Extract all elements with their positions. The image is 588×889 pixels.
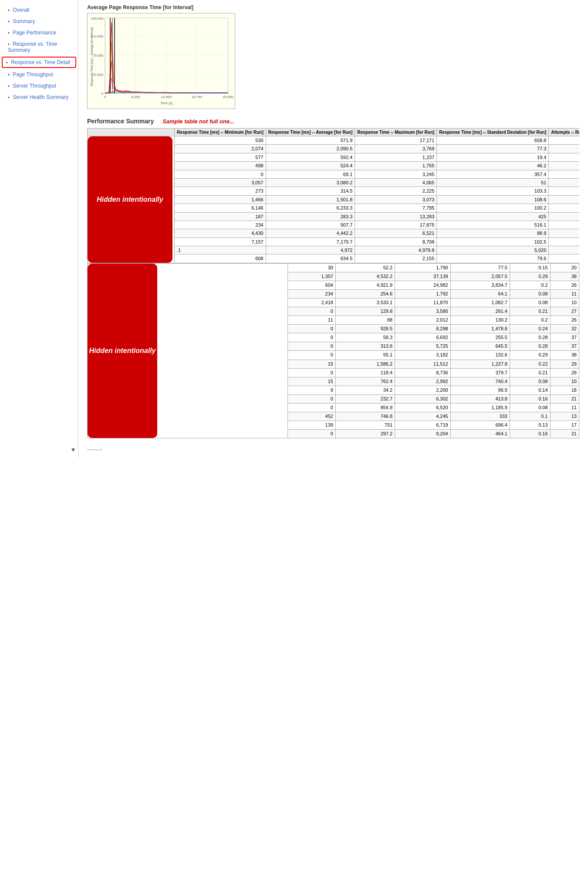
table-cell: 283.3 [266,212,355,221]
table-cell: 6,692 [395,333,451,342]
table-cell: 0.08 [549,254,579,263]
table-cell: 0.21 [510,368,550,377]
table-cell: 8,708 [355,238,437,246]
server-throughput-link[interactable]: Server Throughput [13,83,56,89]
table-cell: 1,790 [395,264,451,272]
svg-text:12,500: 12,500 [161,95,172,99]
table-cell: 379.7 [450,368,510,377]
sidebar-item-response-time-summary[interactable]: • Response vs. Time Summary [0,38,78,56]
table-cell: 13 [550,412,579,421]
perf-table: Response Time [ms] -- Minimum [for Run] … [87,128,579,263]
col-header-avg: Response Time [ms] -- Average [for Run] [266,129,355,136]
table-cell: 577 [175,153,266,161]
hidden-block-2: Hidden intentionally [88,264,157,438]
table-cell: 21 [550,429,579,438]
table-row: Hidden intentionally530571.917,171658.80… [88,136,580,145]
svg-text:6,250: 6,250 [132,95,140,99]
table-cell: 2,992 [395,377,451,386]
table-cell: 17 [550,421,579,429]
table-cell: 6,146 [175,204,266,212]
table-cell: 6,233.3 [266,204,355,212]
col-header-max: Response Time -- Maximum [for Run] [355,129,437,136]
table-cell: 34.2 [335,386,395,394]
sidebar-item-response-time-detail[interactable]: • Response vs. Time Detail [2,57,76,68]
table-cell: 516.1 [437,221,549,229]
table-cell: 28 [550,368,579,377]
section-title: Performance Summary [87,118,154,125]
bullet-icon: • [8,95,10,100]
table-cell: 0.07 [549,162,579,170]
table-cell: 0.17 [549,221,579,229]
table-cell: 3,834.7 [450,281,510,290]
table-cell: 4,430 [175,229,266,238]
bullet-icon: • [8,19,10,24]
table-cell: 79.6 [437,254,549,263]
svg-text:Response Time [ms] -- Average : Response Time [ms] -- Average [for Inter… [90,27,94,86]
chart-container: Average Page Response Time [for Interval… [87,4,579,109]
table-cell: 18 [550,386,579,394]
summary-link[interactable]: Summary [13,18,35,24]
table-cell: 1,082.7 [450,299,510,307]
svg-text:37,500: 37,500 [93,73,104,77]
table-cell: 464.1 [450,429,510,438]
table-cell: 15 [287,360,335,368]
table-cell: 77.5 [450,264,510,272]
table-cell: 592.4 [266,153,355,161]
table-cell: 3,080.2 [266,178,355,187]
table-cell: 108.6 [437,195,549,204]
table-cell: 0.16 [510,394,550,403]
page-throughput-link[interactable]: Page Throughput [13,71,53,78]
table-cell: 1,501.8 [266,195,355,204]
svg-text:0: 0 [104,95,106,99]
sidebar-item-page-throughput[interactable]: • Page Throughput [0,69,78,80]
server-health-summary-link[interactable]: Server Health Summary [13,94,68,100]
perf-table-wrapper: Response Time [ms] -- Minimum [for Run] … [87,128,579,453]
table-cell: 297.2 [335,429,395,438]
table-cell: 0.22 [510,360,550,368]
table-cell: 139 [287,421,335,429]
table-cell: 0.1 [510,412,550,421]
chart-wrapper: 0 37,500 75,000 112,500 150,000 0 6,250 … [87,13,235,109]
table-cell: 0.29 [510,351,550,360]
table-cell: 88 [335,316,395,325]
table-cell: 100.2 [437,204,549,212]
table-cell: 571.9 [266,136,355,145]
sidebar-item-overall[interactable]: • Overall [0,4,78,16]
scroll-down-button[interactable]: ▼ [70,446,76,453]
sidebar-item-server-health-summary[interactable]: • Server Health Summary [0,92,78,103]
table-cell: 96.9 [450,386,510,394]
table-cell: 3,533.1 [335,299,395,307]
table-cell: 0.14 [510,386,550,394]
perf-table-section2: Hidden intentionally3052.21,79077.50.152… [87,263,579,438]
response-time-detail-link[interactable]: Response vs. Time Detail [11,59,70,65]
table-cell: 187 [175,212,266,221]
bullet-icon: • [8,30,10,35]
table-cell: 58.3 [335,333,395,342]
table-cell: 234 [175,221,266,229]
dotted-line: ......... [87,443,579,453]
page-performance-link[interactable]: Page Performance [13,30,56,36]
table-cell: 2,090.5 [266,145,355,153]
table-cell: 854.9 [335,403,395,412]
table-cell: 1,792 [395,290,451,299]
response-time-summary-link[interactable]: Response vs. Time Summary [8,41,57,53]
svg-text:18,750: 18,750 [192,95,203,99]
table-cell: 5,020 [437,246,549,254]
table-cell: 4,972 [266,246,355,254]
sidebar-item-server-throughput[interactable]: • Server Throughput [0,80,78,92]
table-cell: 4,921.9 [335,281,395,290]
table-cell: 357.4 [437,170,549,178]
table-cell: 2,225 [355,187,437,195]
table-cell: 1,586.2 [335,360,395,368]
table-cell: 1,185.9 [450,403,510,412]
table-cell: 413.8 [450,394,510,403]
overall-link[interactable]: Overall [13,7,29,13]
table-cell: 32 [550,325,579,333]
sidebar-item-summary[interactable]: • Summary [0,16,78,27]
table-cell: 55.1 [335,351,395,360]
sidebar-item-page-performance[interactable]: • Page Performance [0,27,78,38]
table-cell: 20 [550,264,579,272]
table-cell: 751 [335,421,395,429]
table-cell: 0.21 [510,307,550,316]
table-cell: 6,719 [395,421,451,429]
